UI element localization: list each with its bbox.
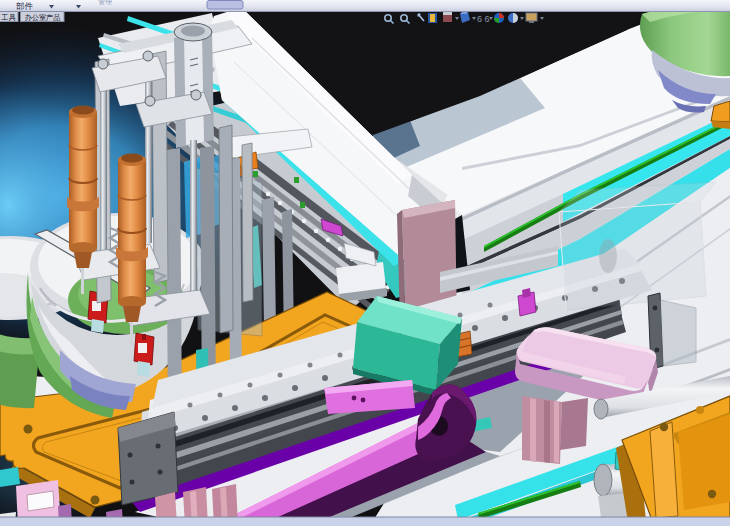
svg-text:6 6: 6 6 — [477, 14, 490, 24]
svg-text:工具: 工具 — [1, 13, 17, 22]
svg-text:办公室产品: 办公室产品 — [25, 13, 61, 22]
svg-text:部件: 部件 — [16, 1, 34, 11]
